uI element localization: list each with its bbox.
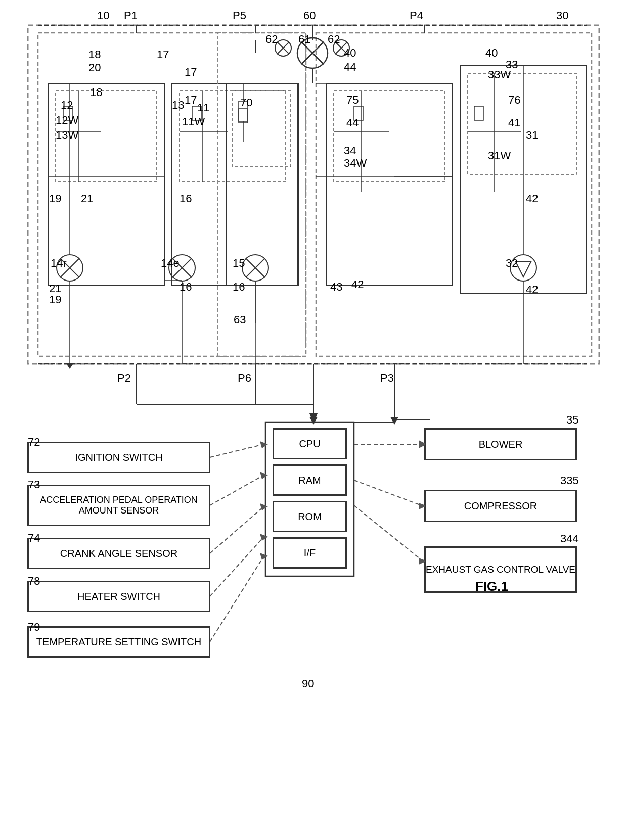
accel-box: ACCELERATION PEDAL OPERATION AMOUNT SENS…	[28, 485, 210, 526]
label-17b: 17	[185, 66, 197, 79]
label-42b: 42	[526, 283, 538, 296]
compressor-label: COMPRESSOR	[464, 500, 537, 512]
label-40a: 40	[344, 46, 356, 60]
svg-line-109	[277, 42, 289, 54]
label-74: 74	[28, 532, 40, 545]
label-33W: 33W	[488, 68, 511, 81]
svg-line-78	[354, 480, 423, 506]
crank-label: CRANK ANGLE SENSOR	[60, 548, 177, 559]
label-34: 34	[344, 144, 356, 157]
svg-line-21	[246, 258, 265, 277]
label-P2: P2	[117, 371, 131, 385]
label-P1: P1	[124, 9, 138, 22]
label-62a: 62	[265, 33, 278, 46]
ignition-label: IGNITION SWITCH	[75, 452, 162, 463]
label-16c: 16	[233, 281, 245, 294]
svg-rect-1	[38, 33, 306, 356]
diagram: 10 P1 P5 60 P4 30 P2 P6 P3 1820 17 17 17…	[0, 0, 627, 840]
label-335: 335	[560, 474, 579, 487]
label-18-20: 1820	[88, 48, 101, 74]
label-31W: 31W	[488, 149, 511, 162]
label-63: 63	[234, 313, 246, 326]
accel-label: ACCELERATION PEDAL OPERATION AMOUNT SENS…	[29, 495, 209, 516]
svg-point-20	[242, 255, 268, 281]
svg-rect-13	[468, 73, 576, 174]
label-76: 76	[508, 94, 520, 107]
label-11: 11	[197, 101, 209, 114]
label-13: 13	[172, 99, 184, 112]
label-42c: 42	[351, 278, 364, 291]
label-16b: 16	[180, 281, 192, 294]
svg-marker-86	[390, 417, 398, 425]
svg-marker-71	[260, 503, 268, 510]
label-34W: 34W	[344, 157, 367, 170]
label-P6: P6	[238, 371, 251, 385]
label-40b: 40	[485, 46, 498, 60]
label-72: 72	[28, 436, 40, 449]
label-62b: 62	[328, 33, 340, 46]
label-41: 41	[508, 116, 520, 129]
label-10: 10	[97, 9, 109, 22]
svg-rect-51	[474, 106, 483, 120]
temp-box: TEMPERATURE SETTING SWITCH	[28, 627, 210, 657]
label-344: 344	[560, 532, 579, 545]
label-43: 43	[330, 281, 342, 294]
cpu-label: CPU	[299, 438, 320, 450]
heater-box: HEATER SWITCH	[28, 581, 210, 612]
label-19a: 19	[49, 192, 61, 205]
crank-box: CRANK ANGLE SENSOR	[28, 538, 210, 569]
svg-line-70	[210, 506, 264, 553]
svg-marker-85	[309, 417, 318, 425]
label-15: 15	[233, 257, 245, 270]
label-73: 73	[28, 478, 40, 491]
ram-label: RAM	[298, 475, 321, 486]
label-79: 79	[28, 621, 40, 634]
label-21a: 21	[81, 192, 93, 205]
svg-rect-0	[28, 25, 599, 364]
label-75: 75	[346, 94, 359, 107]
label-16a: 16	[180, 192, 192, 205]
label-18: 18	[90, 86, 102, 99]
label-61: 61	[298, 33, 310, 46]
svg-rect-7	[217, 33, 306, 356]
label-P3: P3	[380, 371, 394, 385]
label-32: 32	[506, 257, 518, 270]
label-70: 70	[240, 96, 252, 109]
label-30: 30	[556, 9, 568, 22]
svg-rect-5	[172, 83, 298, 286]
label-78: 78	[28, 575, 40, 588]
label-60: 60	[303, 9, 316, 22]
label-11W: 11W	[182, 115, 205, 128]
label-17c: 17	[185, 94, 197, 107]
label-P5: P5	[233, 9, 246, 22]
cpu-box: CPU	[273, 429, 346, 459]
if-label: I/F	[304, 547, 316, 559]
fig-label: FIG.1	[475, 579, 508, 594]
svg-rect-50	[239, 109, 248, 123]
label-31: 31	[526, 129, 538, 142]
label-14e: 14e	[161, 257, 180, 270]
svg-marker-69	[260, 472, 268, 479]
ram-box: RAM	[273, 465, 346, 495]
svg-line-66	[210, 444, 264, 457]
svg-line-74	[210, 556, 264, 642]
label-12W: 12W	[56, 114, 78, 127]
svg-marker-24	[516, 262, 531, 277]
rom-box: ROM	[273, 501, 346, 532]
temp-label: TEMPERATURE SETTING SWITCH	[36, 636, 201, 648]
label-P4: P4	[410, 9, 423, 22]
compressor-box: COMPRESSOR	[425, 490, 576, 522]
exhaust-label: EXHAUST GAS CONTROL VALVE	[426, 564, 575, 575]
label-44a: 44	[344, 61, 356, 74]
svg-rect-12	[460, 66, 587, 293]
rom-label: ROM	[298, 511, 322, 523]
svg-line-22	[246, 258, 265, 277]
svg-marker-67	[260, 441, 268, 448]
label-17a: 17	[157, 48, 169, 61]
svg-line-80	[354, 505, 423, 561]
label-19b: 19	[49, 293, 61, 306]
heater-label: HEATER SWITCH	[77, 591, 160, 602]
ignition-box: IGNITION SWITCH	[28, 442, 210, 473]
label-14r: 14r	[51, 257, 67, 270]
blower-box: BLOWER	[425, 429, 576, 460]
